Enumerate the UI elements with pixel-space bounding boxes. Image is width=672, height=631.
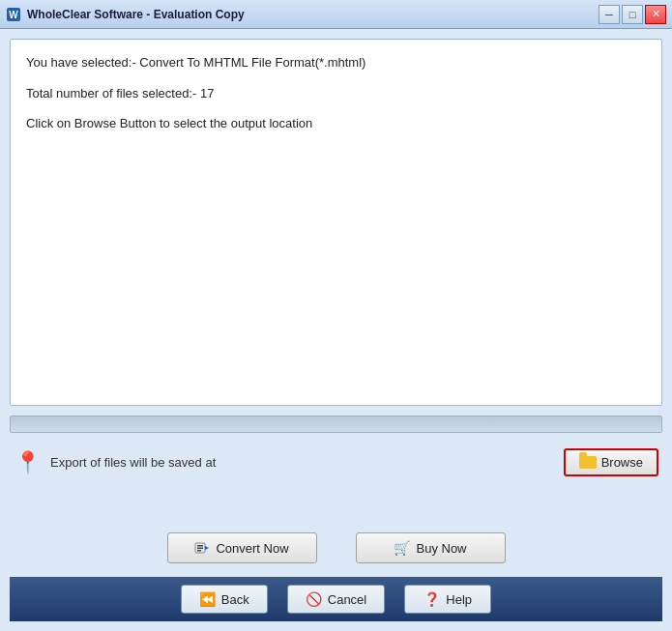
- browse-row: 📍 Export of files will be saved at Brows…: [10, 443, 662, 482]
- back-button[interactable]: ⏪ Back: [181, 585, 268, 614]
- folder-icon: [579, 456, 597, 469]
- browse-label: Export of files will be saved at: [50, 455, 554, 470]
- buy-now-button[interactable]: 🛒 Buy Now: [356, 532, 506, 563]
- back-icon: ⏪: [199, 591, 216, 607]
- window-title: WholeClear Software - Evaluation Copy: [27, 8, 245, 21]
- convert-now-label: Convert Now: [216, 541, 288, 556]
- location-icon: 📍: [14, 449, 41, 476]
- info-line-2: Total number of files selected:- 17: [26, 84, 646, 103]
- progress-section: [10, 414, 662, 435]
- pin-icon: 📍: [15, 452, 41, 473]
- minimize-button[interactable]: ─: [599, 5, 620, 24]
- bottom-bar: ⏪ Back 🚫 Cancel ❓ Help: [10, 577, 662, 621]
- window-controls: ─ □ ✕: [599, 5, 666, 24]
- cart-icon: 🛒: [394, 540, 410, 556]
- maximize-button[interactable]: □: [622, 5, 643, 24]
- title-bar: W WholeClear Software - Evaluation Copy …: [0, 0, 672, 29]
- action-buttons-row: Convert Now 🛒 Buy Now: [10, 527, 662, 569]
- back-label: Back: [221, 592, 249, 607]
- svg-marker-6: [205, 546, 209, 550]
- cancel-button[interactable]: 🚫 Cancel: [287, 585, 385, 614]
- buy-now-label: Buy Now: [416, 541, 466, 556]
- browse-button-label: Browse: [601, 455, 643, 470]
- app-icon: W: [6, 7, 21, 22]
- cancel-icon: 🚫: [306, 591, 322, 607]
- cancel-label: Cancel: [328, 592, 366, 607]
- help-button[interactable]: ❓ Help: [404, 585, 491, 614]
- info-panel: You have selected:- Convert To MHTML Fil…: [10, 39, 662, 406]
- browse-button[interactable]: Browse: [564, 448, 658, 476]
- convert-now-button[interactable]: Convert Now: [167, 532, 317, 563]
- help-label: Help: [446, 592, 472, 607]
- svg-rect-4: [197, 548, 203, 550]
- help-icon: ❓: [424, 591, 440, 607]
- info-line-3: Click on Browse Button to select the out…: [26, 114, 646, 133]
- svg-rect-5: [197, 550, 201, 552]
- info-line-1: You have selected:- Convert To MHTML Fil…: [26, 53, 646, 72]
- svg-rect-3: [197, 545, 203, 547]
- window-body: You have selected:- Convert To MHTML Fil…: [0, 29, 672, 631]
- convert-icon: [194, 540, 210, 556]
- close-button[interactable]: ✕: [645, 5, 666, 24]
- progress-bar: [10, 416, 662, 433]
- spacer: [10, 490, 662, 519]
- svg-text:W: W: [9, 10, 18, 20]
